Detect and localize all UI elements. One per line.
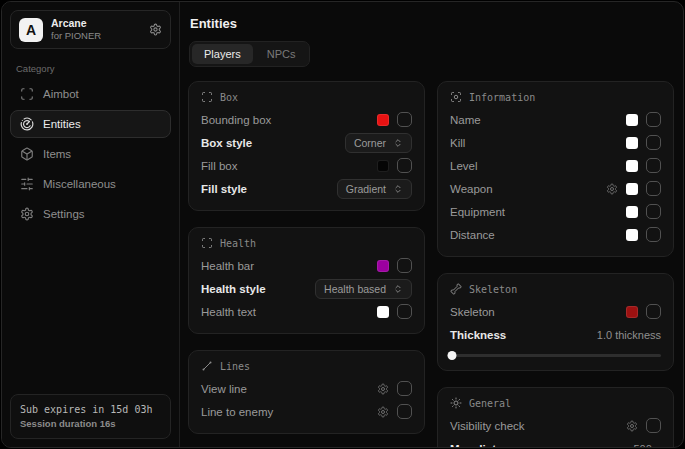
slider-thumb[interactable]: [447, 351, 456, 360]
panel-skeleton: Skeleton Skeleton Thickness 1.0 thicknes…: [437, 273, 674, 371]
setting-row-weapon: Weapon: [450, 177, 661, 200]
sidebar-nav: Aimbot Entities Items Miscellaneous Sett…: [10, 80, 171, 228]
sidebar-item-label: Entities: [43, 118, 81, 130]
color-swatch[interactable]: [377, 260, 389, 272]
brand-card: A Arcane for PIONER: [10, 10, 171, 49]
setting-row-health-style: Health style Health based: [201, 277, 412, 300]
max-distance-value: 500m: [633, 443, 661, 449]
box-style-dropdown[interactable]: Corner: [345, 133, 412, 153]
gear-icon[interactable]: [377, 383, 389, 395]
sidebar-item-items[interactable]: Items: [10, 140, 171, 168]
setting-row-view-line: View line: [201, 377, 412, 400]
panel-title: Skeleton: [469, 284, 517, 295]
setting-row-box-style: Box style Corner: [201, 131, 412, 154]
sidebar-item-label: Miscellaneous: [43, 178, 116, 190]
main-content: Entities Players NPCs Box Bounding box: [180, 2, 683, 447]
panel-information: Information Name Kill: [437, 81, 674, 257]
line-icon: [201, 360, 213, 372]
gear-icon[interactable]: [377, 406, 389, 418]
sidebar-item-aimbot[interactable]: Aimbot: [10, 80, 171, 108]
panel-title: General: [469, 398, 511, 409]
tab-npcs[interactable]: NPCs: [255, 44, 308, 64]
gear-icon[interactable]: [149, 23, 162, 36]
checkbox[interactable]: [646, 418, 661, 433]
color-swatch[interactable]: [626, 160, 638, 172]
health-style-dropdown[interactable]: Health based: [315, 279, 412, 299]
setting-row-name: Name: [450, 108, 661, 131]
sidebar-item-label: Aimbot: [43, 88, 79, 100]
sub-expiry-text: Sub expires in 15d 03h: [20, 402, 161, 417]
setting-row-fill-box: Fill box: [201, 154, 412, 177]
chevrons-up-down-icon: [393, 284, 403, 294]
tab-players[interactable]: Players: [192, 44, 253, 64]
panel-title: Lines: [220, 361, 250, 372]
gear-icon: [20, 207, 34, 221]
color-swatch[interactable]: [377, 306, 389, 318]
setting-row-max-distance: Max distance 500m: [450, 437, 661, 448]
setting-row-health-text: Health text: [201, 300, 412, 323]
color-swatch[interactable]: [626, 183, 638, 195]
app-subtitle: for PIONER: [51, 30, 141, 42]
fill-style-dropdown[interactable]: Gradient: [337, 179, 412, 199]
color-swatch[interactable]: [626, 229, 638, 241]
sidebar-item-label: Settings: [43, 208, 85, 220]
setting-row-distance: Distance: [450, 223, 661, 246]
setting-row-level: Level: [450, 154, 661, 177]
color-swatch[interactable]: [626, 114, 638, 126]
sidebar: A Arcane for PIONER Category Aimbot Enti…: [2, 2, 180, 447]
package-icon: [20, 147, 34, 161]
chevrons-up-down-icon: [393, 184, 403, 194]
app-title: Arcane: [51, 17, 141, 30]
checkbox[interactable]: [646, 135, 661, 150]
checkbox[interactable]: [397, 304, 412, 319]
color-swatch[interactable]: [626, 137, 638, 149]
thickness-slider[interactable]: [450, 350, 661, 360]
checkbox[interactable]: [397, 158, 412, 173]
sliders-icon: [20, 177, 34, 191]
radar-icon: [20, 117, 34, 131]
scan-eye-icon: [450, 91, 462, 103]
chevrons-up-down-icon: [393, 138, 403, 148]
panel-box: Box Bounding box Box style Corner: [188, 81, 425, 211]
checkbox[interactable]: [646, 304, 661, 319]
setting-row-visibility-check: Visibility check: [450, 414, 661, 437]
gear-icon[interactable]: [606, 183, 618, 195]
setting-row-bounding-box: Bounding box: [201, 108, 412, 131]
checkbox[interactable]: [397, 381, 412, 396]
app-window: A Arcane for PIONER Category Aimbot Enti…: [1, 1, 684, 448]
bone-icon: [450, 283, 462, 295]
color-swatch[interactable]: [377, 160, 389, 172]
setting-row-line-to-enemy: Line to enemy: [201, 400, 412, 423]
checkbox[interactable]: [646, 158, 661, 173]
checkbox[interactable]: [646, 181, 661, 196]
checkbox[interactable]: [646, 227, 661, 242]
checkbox[interactable]: [397, 404, 412, 419]
setting-row-equipment: Equipment: [450, 200, 661, 223]
panel-title: Information: [469, 92, 535, 103]
color-swatch[interactable]: [626, 206, 638, 218]
scan-icon: [201, 91, 213, 103]
sidebar-item-settings[interactable]: Settings: [10, 200, 171, 228]
page-title: Entities: [190, 16, 674, 31]
checkbox[interactable]: [646, 112, 661, 127]
category-label: Category: [16, 63, 165, 74]
setting-row-health-bar: Health bar: [201, 254, 412, 277]
sun-icon: [450, 397, 462, 409]
setting-row-skeleton: Skeleton: [450, 300, 661, 323]
color-swatch[interactable]: [377, 114, 389, 126]
checkbox[interactable]: [646, 204, 661, 219]
sidebar-item-miscellaneous[interactable]: Miscellaneous: [10, 170, 171, 198]
checkbox[interactable]: [397, 258, 412, 273]
sidebar-item-entities[interactable]: Entities: [10, 110, 171, 138]
session-duration-text: Session duration 16s: [20, 417, 161, 431]
app-logo: A: [19, 18, 43, 42]
color-swatch[interactable]: [626, 306, 638, 318]
panel-title: Health: [220, 238, 256, 249]
checkbox[interactable]: [397, 112, 412, 127]
thickness-value: 1.0 thickness: [597, 329, 661, 341]
setting-row-thickness: Thickness 1.0 thickness: [450, 323, 661, 346]
panel-title: Box: [220, 92, 238, 103]
subscription-card: Sub expires in 15d 03h Session duration …: [10, 394, 171, 439]
gear-icon[interactable]: [626, 420, 638, 432]
scan-icon: [201, 237, 213, 249]
